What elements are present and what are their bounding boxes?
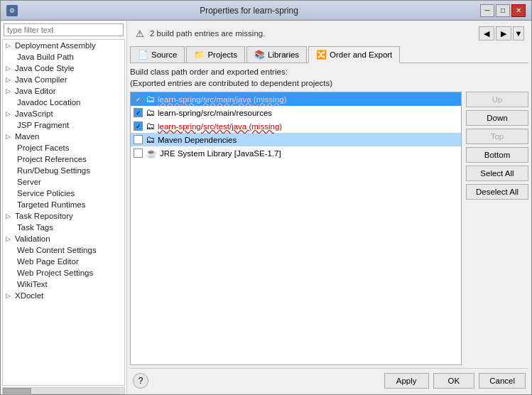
title-bar: ⚙ Properties for learn-spring ─ □ ✕ (1, 1, 531, 21)
deselect-all-button[interactable]: Deselect All (466, 184, 528, 200)
list-item[interactable]: ☕ JRE System Library [JavaSE-1.7] (131, 146, 461, 160)
list-item-text-1: learn-spring/src/main/java (missing) (158, 95, 287, 104)
navigation-arrows: ◀ ▶ ▼ (479, 26, 524, 40)
content-area: Build class path order and exported entr… (130, 66, 528, 365)
bottom-left: ? (133, 373, 148, 389)
tree-item-xdoclet[interactable]: ▷ XDoclet (3, 290, 124, 301)
bottom-bar: ? Apply OK Cancel (130, 368, 528, 391)
classpath-list: ✓ 🗂 learn-spring/src/main/java (missing)… (130, 92, 462, 365)
top-button[interactable]: Top (466, 129, 528, 144)
help-button[interactable]: ? (133, 373, 148, 389)
bottom-right: Apply OK Cancel (384, 373, 526, 389)
tree-item-project-facets[interactable]: Project Facets (3, 142, 124, 153)
source-tab-label: Source (151, 50, 177, 59)
list-item[interactable]: 🗂 Maven Dependencies (131, 133, 461, 146)
dialog-body: ▷ Deployment Assembly Java Build Path ▷ … (1, 21, 531, 394)
minimize-button[interactable]: ─ (480, 4, 494, 17)
tree-item-project-references[interactable]: Project References (3, 153, 124, 165)
tree-item-jsp[interactable]: JSP Fragment (3, 119, 124, 131)
expand-arrow-7: ▷ (6, 212, 13, 220)
expand-arrow-3: ▷ (6, 76, 13, 83)
tree-item-task-repository[interactable]: ▷ Task Repository (3, 210, 124, 222)
expand-arrow-5: ▷ (6, 110, 13, 117)
expand-arrow-8: ▷ (6, 235, 13, 242)
left-panel: ▷ Deployment Assembly Java Build Path ▷ … (1, 21, 127, 394)
expand-arrow-4: ▷ (6, 87, 13, 94)
desc-line1: Build class path order and exported entr… (130, 66, 528, 77)
title-controls: ─ □ ✕ (480, 4, 526, 17)
dialog-title: Properties for learn-spring (18, 6, 480, 16)
ok-button[interactable]: OK (433, 373, 475, 389)
down-button[interactable]: Down (466, 110, 528, 126)
apply-button[interactable]: Apply (384, 373, 429, 389)
tabs-row: 📄 Source 📁 Projects 📚 Libraries 🔀 Order … (130, 46, 528, 63)
expand-arrow-2: ▷ (6, 65, 13, 72)
projects-tab-label: Projects (207, 50, 237, 59)
tree-item-targeted-runtimes[interactable]: Targeted Runtimes (3, 199, 124, 210)
up-button[interactable]: Up (466, 92, 528, 107)
tree-item-java-code-style[interactable]: ▷ Java Code Style (3, 63, 124, 74)
tab-order-export[interactable]: 🔀 Order and Export (308, 46, 400, 63)
cancel-button[interactable]: Cancel (479, 373, 526, 389)
tab-libraries[interactable]: 📚 Libraries (246, 46, 307, 63)
libraries-tab-label: Libraries (268, 50, 299, 59)
tab-source[interactable]: 📄 Source (130, 46, 185, 63)
dialog-icon: ⚙ (6, 5, 18, 16)
list-checkbox-2[interactable]: ✓ (134, 108, 143, 117)
tree-item-run-debug[interactable]: Run/Debug Settings (3, 165, 124, 176)
list-item-text-5: JRE System Library [JavaSE-1.7] (160, 149, 281, 158)
tree-view: ▷ Deployment Assembly Java Build Path ▷ … (2, 39, 125, 386)
tree-item-task-tags[interactable]: Task Tags (3, 222, 124, 233)
content-main: ✓ 🗂 learn-spring/src/main/java (missing)… (130, 92, 528, 365)
close-button[interactable]: ✕ (511, 4, 526, 17)
tree-item-maven[interactable]: ▷ Maven (3, 131, 124, 142)
list-checkbox-4[interactable] (134, 135, 143, 144)
horizontal-scrollbar[interactable] (2, 387, 125, 394)
list-item-text-4: Maven Dependencies (158, 136, 237, 144)
list-item[interactable]: ✓ 🗂 learn-spring/src/main/resources (131, 106, 461, 119)
expand-arrow-9: ▷ (6, 292, 13, 299)
side-buttons: Up Down Top Bottom Select All Deselect A… (466, 92, 528, 365)
tree-item-web-page-editor[interactable]: Web Page Editor (3, 256, 124, 267)
expand-arrow: ▷ (6, 42, 13, 49)
tree-item-javadoc[interactable]: Javadoc Location (3, 97, 124, 108)
list-checkbox-1[interactable]: ✓ (134, 94, 143, 104)
tab-projects[interactable]: 📁 Projects (186, 46, 245, 63)
maximize-button[interactable]: □ (496, 4, 510, 17)
list-item[interactable]: ✓ 🗂 learn-spring/src/test/java (missing) (131, 119, 461, 133)
list-item-icon-1: 🗂 (146, 94, 155, 104)
list-checkbox-3[interactable]: ✓ (134, 121, 143, 131)
tree-item-javascript[interactable]: ▷ JavaScript (3, 108, 124, 119)
tree-item-server[interactable]: Server (3, 176, 124, 188)
tree-item-java-build-path[interactable]: Java Build Path (3, 51, 124, 63)
select-all-button[interactable]: Select All (466, 166, 528, 181)
nav-back-button[interactable]: ◀ (479, 26, 494, 40)
list-checkbox-5[interactable] (134, 148, 143, 158)
list-item-icon-3: 🗂 (146, 121, 155, 131)
bottom-button[interactable]: Bottom (466, 147, 528, 163)
right-panel: ⚠ 2 build path entries are missing. ◀ ▶ … (127, 21, 531, 394)
list-item-icon-5: ☕ (146, 148, 157, 158)
list-item[interactable]: ✓ 🗂 learn-spring/src/main/java (missing) (131, 92, 461, 106)
tree-item-service-policies[interactable]: Service Policies (3, 188, 124, 199)
order-tab-icon: 🔀 (316, 50, 327, 60)
content-description: Build class path order and exported entr… (130, 66, 528, 89)
tree-item-web-content[interactable]: Web Content Settings (3, 244, 124, 256)
nav-dropdown-button[interactable]: ▼ (513, 26, 524, 40)
tree-item-deployment-assembly[interactable]: ▷ Deployment Assembly (3, 40, 124, 51)
nav-forward-button[interactable]: ▶ (496, 26, 511, 40)
tree-item-wikitext[interactable]: WikiText (3, 278, 124, 290)
warning-icon: ⚠ (134, 28, 146, 39)
tree-item-validation[interactable]: ▷ Validation (3, 233, 124, 244)
filter-input[interactable] (4, 23, 124, 36)
tree-item-web-project[interactable]: Web Project Settings (3, 267, 124, 278)
list-item-icon-2: 🗂 (146, 107, 155, 118)
desc-line2: (Exported entries are contributed to dep… (130, 77, 528, 89)
tree-item-java-editor[interactable]: ▷ Java Editor (3, 85, 124, 97)
dialog-window: ⚙ Properties for learn-spring ─ □ ✕ ▷ De… (0, 0, 532, 395)
scroll-thumb[interactable] (3, 388, 31, 394)
list-item-text-3: learn-spring/src/test/java (missing) (158, 122, 282, 131)
order-tab-label: Order and Export (330, 50, 392, 59)
tree-item-java-compiler[interactable]: ▷ Java Compiler (3, 74, 124, 85)
libraries-tab-icon: 📚 (254, 50, 265, 60)
